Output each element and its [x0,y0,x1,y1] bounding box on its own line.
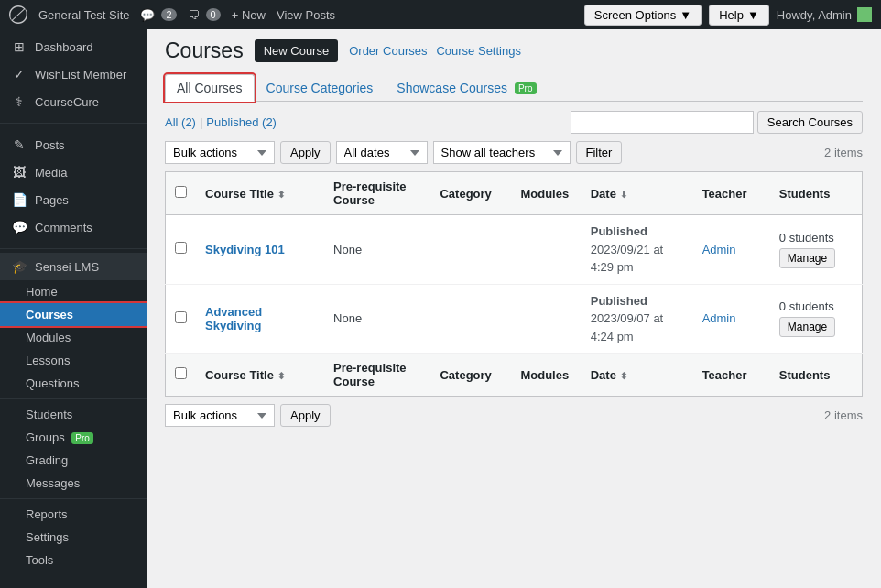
new-course-button[interactable]: New Course [255,39,339,62]
student-count-1: 0 students [779,231,853,245]
sidebar-item-label: Dashboard [35,40,93,54]
dates-filter-select[interactable]: All dates [336,141,428,164]
messages-count[interactable]: 🗨 0 [188,8,221,22]
tab-showcase-courses[interactable]: Showcase Courses Pro [385,74,548,102]
sidebar-item-coursecure[interactable]: ⚕ CourseCure [0,88,147,115]
sidebar-item-pages[interactable]: 📄 Pages [0,186,147,213]
col-footer-date[interactable]: Date ⬍ [582,354,693,397]
search-courses-button[interactable]: Search Courses [757,111,863,134]
row-checkbox-2[interactable] [175,311,187,323]
sidebar-item-settings[interactable]: Settings [0,526,147,549]
posts-icon: ✎ [11,137,27,152]
sidebar-item-comments[interactable]: 💬 Comments [0,213,147,241]
course-title-link-1[interactable]: Skydiving 101 [205,243,285,256]
sidebar-item-home[interactable]: Home [0,280,147,303]
teacher-link-1[interactable]: Admin [702,243,736,256]
courses-tabs: All Courses Course Categories Showcase C… [165,74,863,102]
screen-options-button[interactable]: Screen Options ▼ [584,5,702,26]
user-account[interactable]: Howdy, Admin [777,7,872,22]
page-title: Courses [165,38,244,63]
bulk-actions-select-top[interactable]: Bulk actions [165,141,275,164]
sidebar-item-groups[interactable]: Groups Pro [0,426,147,449]
sensei-icon: 🎓 [11,259,27,274]
dashboard-icon: ⊞ [11,39,27,54]
student-count-2: 0 students [779,299,853,313]
sidebar-item-courses[interactable]: Courses [0,303,147,326]
sidebar-item-modules[interactable]: Modules [0,326,147,349]
filter-bar-top: All (2) | Published (2) Search Courses [165,111,863,134]
apply-button-bottom[interactable]: Apply [280,404,331,427]
sidebar-item-label: WishList Member [35,68,126,82]
bulk-actions-select-bottom[interactable]: Bulk actions [165,404,275,427]
row-prereq-2: None [324,284,430,354]
sidebar-item-questions[interactable]: Questions [0,372,147,395]
help-button[interactable]: Help ▼ [709,5,769,26]
sidebar-item-reports[interactable]: Reports [0,503,147,526]
wishlist-icon: ✓ [11,67,27,82]
col-header-modules: Modules [511,172,581,215]
sidebar-item-messages[interactable]: Messages [0,472,147,495]
table-row: Advanced Skydiving None Published 2023/0… [166,284,863,354]
pages-icon: 📄 [11,192,27,207]
row-teacher-2: Admin [693,284,770,354]
view-all-link[interactable]: All (2) [165,115,196,129]
row-students-2: 0 students Manage [770,284,863,354]
new-content-menu[interactable]: + New [232,8,266,22]
view-posts-link[interactable]: View Posts [277,8,335,22]
comments-count[interactable]: 💬 2 [140,8,176,22]
action-bar-bottom: Bulk actions Apply 2 items [165,404,863,427]
sidebar-item-grading[interactable]: Grading [0,449,147,472]
row-category-1 [430,215,511,285]
sidebar-item-label: Comments [35,221,92,234]
course-title-link-2[interactable]: Advanced Skydiving [205,305,262,332]
sidebar-item-dashboard[interactable]: ⊞ Dashboard [0,33,147,60]
sidebar-item-sensei[interactable]: 🎓 Sensei LMS [0,253,147,280]
col-footer-modules: Modules [511,354,581,397]
courses-table: Course Title ⬍ Pre-requisite Course Cate… [165,171,863,397]
manage-button-2[interactable]: Manage [779,317,835,337]
search-box: Search Courses [571,111,863,134]
apply-button-top[interactable]: Apply [280,141,331,164]
filter-button[interactable]: Filter [576,141,623,164]
course-settings-link[interactable]: Course Settings [436,44,521,58]
site-name[interactable]: General Test Site [38,8,129,22]
tab-course-categories[interactable]: Course Categories [255,74,386,102]
row-teacher-1: Admin [693,215,770,285]
sidebar-item-label: Media [35,166,67,180]
admin-bar: General Test Site 💬 2 🗨 0 + New View Pos… [0,0,881,29]
sidebar-item-tools[interactable]: Tools [0,549,147,572]
col-footer-title[interactable]: Course Title ⬍ [196,354,324,397]
sidebar-item-media[interactable]: 🖼 Media [0,158,147,186]
col-header-teacher: Teacher [693,172,770,215]
col-header-prereq: Pre-requisite Course [324,172,430,215]
teacher-link-2[interactable]: Admin [702,311,736,325]
date-sort-icon: ⬇ [620,190,627,200]
row-checkbox-1[interactable] [175,242,187,254]
view-published-link[interactable]: Published (2) [206,115,277,129]
order-courses-link[interactable]: Order Courses [349,44,427,58]
row-modules-1 [511,215,581,285]
sidebar-item-posts[interactable]: ✎ Posts [0,131,147,158]
col-header-category: Category [430,172,511,215]
tab-all-courses[interactable]: All Courses [165,74,255,102]
title-sort-icon: ⬍ [277,190,285,200]
sidebar-item-label: Posts [35,138,65,152]
teachers-filter-select[interactable]: Show all teachers [433,141,571,164]
select-all-checkbox-bottom[interactable] [175,367,187,379]
sidebar-item-lessons[interactable]: Lessons [0,349,147,372]
sidebar-item-students[interactable]: Students [0,403,147,426]
page-header-links: Order Courses Course Settings [349,44,521,58]
col-header-title[interactable]: Course Title ⬍ [196,172,324,215]
comments-icon: 💬 [11,220,27,234]
coursecure-icon: ⚕ [11,94,27,109]
search-courses-input[interactable] [571,111,754,134]
row-prereq-1: None [324,215,430,285]
wp-logo-icon[interactable] [9,5,27,24]
items-count-top: 2 items [824,146,863,159]
sidebar-item-wishlist[interactable]: ✓ WishList Member [0,60,147,88]
manage-button-1[interactable]: Manage [779,248,835,268]
select-all-checkbox-top[interactable] [175,186,187,198]
col-header-date[interactable]: Date ⬇ [582,172,693,215]
row-students-1: 0 students Manage [770,215,863,285]
admin-sidebar: ⊞ Dashboard ✓ WishList Member ⚕ CourseCu… [0,29,147,588]
